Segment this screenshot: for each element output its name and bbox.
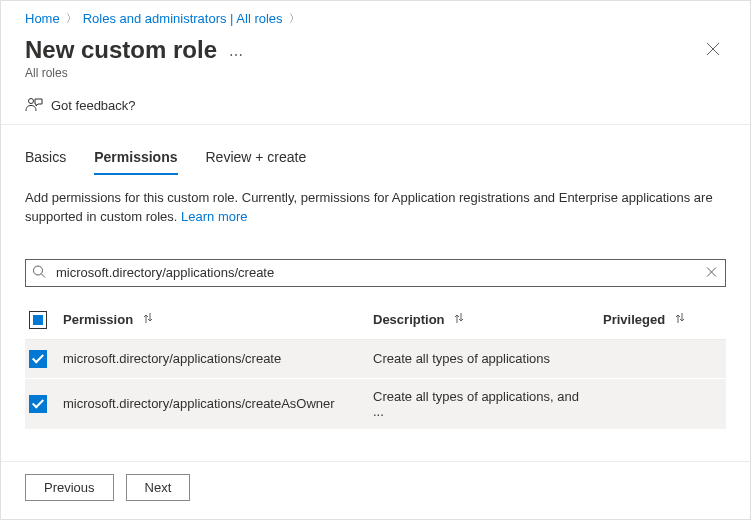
previous-button[interactable]: Previous <box>25 474 114 501</box>
permission-search-input[interactable] <box>54 264 695 281</box>
tab-review-create[interactable]: Review + create <box>206 149 307 175</box>
close-icon <box>706 266 717 277</box>
footer: Previous Next <box>1 461 750 519</box>
description-text: Add permissions for this custom role. Cu… <box>25 190 713 224</box>
col-header-privileged[interactable]: Privileged <box>603 312 665 327</box>
clear-search-button[interactable] <box>704 263 719 282</box>
next-button[interactable]: Next <box>126 474 191 501</box>
cell-privileged <box>595 378 726 429</box>
close-button[interactable] <box>700 36 726 65</box>
select-all-checkbox[interactable] <box>29 311 47 329</box>
cell-description: Create all types of applications, and ..… <box>365 378 595 429</box>
page-subtitle: All roles <box>25 66 251 80</box>
svg-point-3 <box>34 266 43 275</box>
feedback-link[interactable]: Got feedback? <box>1 80 750 125</box>
sort-icon[interactable] <box>669 312 685 324</box>
page-title: New custom role <box>25 36 217 64</box>
sort-icon[interactable] <box>137 312 153 324</box>
table-row[interactable]: microsoft.directory/applications/create … <box>25 339 726 378</box>
tab-permissions[interactable]: Permissions <box>94 149 177 175</box>
search-icon <box>32 264 46 281</box>
chevron-right-icon: 〉 <box>289 11 300 26</box>
cell-permission: microsoft.directory/applications/createA… <box>55 378 365 429</box>
row-checkbox[interactable] <box>29 395 47 413</box>
tab-basics[interactable]: Basics <box>25 149 66 175</box>
breadcrumb-home[interactable]: Home <box>25 11 60 26</box>
learn-more-link[interactable]: Learn more <box>181 209 247 224</box>
cell-description: Create all types of applications <box>365 339 595 378</box>
table-row[interactable]: microsoft.directory/applications/createA… <box>25 378 726 429</box>
cell-privileged <box>595 339 726 378</box>
sort-icon[interactable] <box>448 312 464 324</box>
chevron-right-icon: 〉 <box>66 11 77 26</box>
tabs: Basics Permissions Review + create <box>1 125 750 175</box>
feedback-person-icon <box>25 96 43 114</box>
breadcrumb-roles[interactable]: Roles and administrators | All roles <box>83 11 283 26</box>
permissions-table: Permission Description Privileged <box>25 303 726 430</box>
row-checkbox[interactable] <box>29 350 47 368</box>
col-header-description[interactable]: Description <box>373 312 445 327</box>
svg-line-4 <box>42 274 46 278</box>
svg-point-2 <box>29 99 34 104</box>
permission-search-box <box>25 259 726 287</box>
more-actions-button[interactable]: ⋯ <box>221 47 251 63</box>
feedback-label: Got feedback? <box>51 98 136 113</box>
cell-permission: microsoft.directory/applications/create <box>55 339 365 378</box>
breadcrumb: Home 〉 Roles and administrators | All ro… <box>1 1 750 30</box>
tab-description: Add permissions for this custom role. Cu… <box>1 175 750 227</box>
col-header-permission[interactable]: Permission <box>63 312 133 327</box>
close-icon <box>706 42 720 56</box>
